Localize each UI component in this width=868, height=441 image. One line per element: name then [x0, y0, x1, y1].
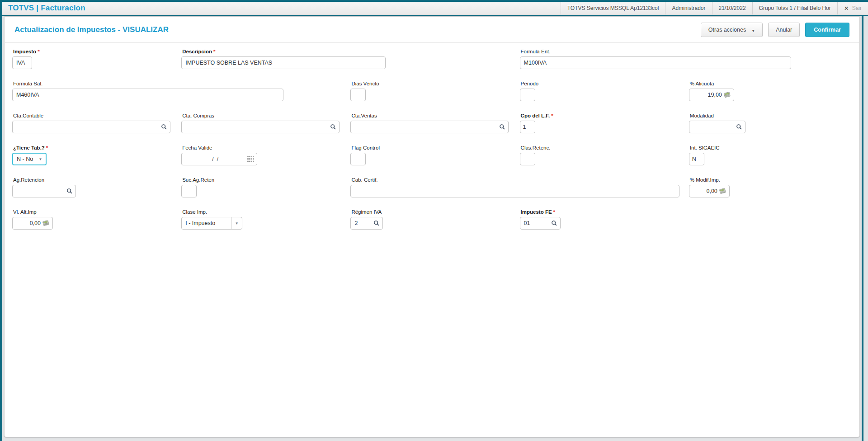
- field-label: % Alicuota: [690, 81, 852, 86]
- clase-imp-value: I - Impuesto: [182, 217, 231, 229]
- content-panel: Actualizacion de Impuestos - VISUALIZAR …: [4, 16, 860, 437]
- field-int-sigaeic: Int. SIGAEIC: [689, 145, 852, 165]
- impuesto-input[interactable]: [12, 56, 32, 69]
- app-window: TOTVS | Facturacion TOTVS Servicios MSSQ…: [0, 0, 868, 441]
- periodo-input[interactable]: [520, 89, 535, 101]
- field-label: Formula Ent.: [521, 49, 852, 54]
- field-label: Descripcion*: [182, 49, 513, 54]
- cancel-button[interactable]: Anular: [768, 23, 800, 37]
- field-label: % Modif.Imp.: [690, 177, 852, 183]
- clase-imp-select[interactable]: I - Impuesto ▼: [181, 217, 242, 230]
- field-label: Cpo del L.F.*: [521, 113, 683, 118]
- cta-contable-input[interactable]: [12, 121, 170, 133]
- calculator-icon[interactable]: [723, 92, 731, 98]
- user-info: Administrador: [665, 2, 712, 14]
- page-title: Actualizacion de Impuestos - VISUALIZAR: [14, 25, 169, 34]
- search-icon[interactable]: [551, 220, 557, 226]
- exit-label: Sair: [852, 5, 862, 11]
- field-tiene-tab: ¿Tiene Tab.?* N - No ▼: [12, 145, 175, 165]
- field-regimen-iva: Régimen IVA: [350, 209, 513, 230]
- field-fecha-valide: Fecha Valide: [181, 145, 344, 165]
- field-label: Vl. Alt.Imp: [13, 209, 175, 215]
- formula-ent-input[interactable]: [520, 56, 791, 69]
- field-flag-control: Flag Control: [350, 145, 513, 165]
- field-label: Impuesto FE*: [521, 209, 683, 215]
- field-label: Clas.Retenc.: [521, 145, 683, 150]
- tax-form: Impuesto* Descripcion* Formula Ent. Form…: [5, 42, 859, 230]
- branch-info: Grupo Totvs 1 / Filial Belo Hor: [752, 2, 837, 14]
- field-cta-ventas: Cta.Ventas: [350, 113, 513, 133]
- required-asterisk: *: [46, 145, 48, 150]
- field-label: Cta.Contable: [13, 113, 175, 118]
- cab-certif-input[interactable]: [350, 185, 679, 197]
- field-periodo: Periodo: [520, 81, 683, 101]
- field-dias-vencto: Dias Vencto: [350, 81, 513, 101]
- action-buttons: Otras acciones ▼ Anular Confirmar: [701, 23, 849, 37]
- topbar-right: TOTVS Servicios MSSQL Ap12133col Adminis…: [561, 2, 868, 14]
- required-asterisk: *: [213, 49, 215, 54]
- field-modif-imp: % Modif.Imp.: [689, 177, 852, 197]
- window-frame-top: [0, 0, 868, 2]
- search-icon[interactable]: [66, 188, 73, 194]
- field-label: Cab. Certif.: [351, 177, 682, 183]
- cpo-lf-input[interactable]: [520, 121, 535, 133]
- field-clas-retenc: Clas.Retenc.: [520, 145, 683, 165]
- search-icon[interactable]: [373, 220, 380, 226]
- dias-vencto-input[interactable]: [350, 89, 366, 101]
- search-icon[interactable]: [330, 124, 336, 130]
- field-cta-compras: Cta. Compras: [181, 113, 344, 133]
- required-asterisk: *: [38, 49, 39, 54]
- search-icon[interactable]: [736, 124, 742, 130]
- field-label: Formula Sal.: [13, 81, 344, 86]
- search-icon[interactable]: [499, 124, 505, 130]
- app-title: TOTVS | Facturacion: [2, 4, 85, 13]
- tiene-tab-value: N - No: [13, 154, 35, 164]
- fecha-valide-input[interactable]: [181, 153, 257, 165]
- int-sigaeic-input[interactable]: [689, 153, 704, 165]
- field-suc-ag-reten: Suc.Ag.Reten: [181, 177, 344, 197]
- formula-sal-input[interactable]: [12, 89, 283, 101]
- field-label: Régimen IVA: [351, 209, 513, 215]
- field-label: Clase Imp.: [182, 209, 344, 215]
- field-cta-contable: Cta.Contable: [12, 113, 175, 133]
- field-cab-certif: Cab. Certif.: [350, 177, 682, 197]
- clas-retenc-input[interactable]: [520, 153, 535, 165]
- field-impuesto-fe: Impuesto FE*: [520, 209, 683, 230]
- field-label: ¿Tiene Tab.?*: [13, 145, 175, 150]
- chevron-down-icon: ▼: [751, 29, 755, 33]
- field-label: Dias Vencto: [351, 81, 513, 86]
- field-label: Suc.Ag.Reten: [182, 177, 344, 183]
- window-frame-right: [862, 16, 863, 441]
- field-label: Cta.Ventas: [351, 113, 513, 118]
- descripcion-input[interactable]: [181, 56, 386, 69]
- field-label: Impuesto*: [13, 49, 175, 54]
- field-label: Cta. Compras: [182, 113, 344, 118]
- field-label: Flag Control: [351, 145, 513, 150]
- field-label: Periodo: [521, 81, 683, 86]
- close-icon: ✕: [844, 5, 849, 12]
- flag-control-input[interactable]: [350, 153, 366, 165]
- field-cpo-lf: Cpo del L.F.*: [520, 113, 683, 133]
- other-actions-button[interactable]: Otras acciones ▼: [701, 23, 763, 37]
- field-label: Fecha Valide: [182, 145, 344, 150]
- calculator-icon[interactable]: [719, 188, 726, 194]
- cta-ventas-input[interactable]: [350, 121, 509, 133]
- field-descripcion: Descripcion*: [181, 49, 513, 69]
- field-label: Int. SIGAEIC: [690, 145, 852, 150]
- required-asterisk: *: [553, 209, 555, 215]
- field-modalidad: Modalidad: [689, 113, 852, 133]
- tiene-tab-select[interactable]: N - No ▼: [12, 153, 47, 165]
- field-vl-alt-imp: Vl. Alt.Imp: [12, 209, 175, 230]
- suc-ag-reten-input[interactable]: [181, 185, 197, 197]
- confirm-button[interactable]: Confirmar: [805, 23, 849, 37]
- calendar-icon[interactable]: [247, 156, 254, 162]
- cta-compras-input[interactable]: [181, 121, 340, 133]
- field-formula-ent: Formula Ent.: [520, 49, 852, 69]
- environment-info: TOTVS Servicios MSSQL Ap12133col: [561, 2, 665, 14]
- search-icon[interactable]: [161, 124, 167, 130]
- exit-button[interactable]: ✕ Sair: [837, 2, 868, 14]
- field-alicuota: % Alicuota: [689, 81, 852, 101]
- calculator-icon[interactable]: [42, 220, 50, 226]
- topbar: TOTVS | Facturacion TOTVS Servicios MSSQ…: [2, 2, 868, 15]
- field-formula-sal: Formula Sal.: [12, 81, 344, 101]
